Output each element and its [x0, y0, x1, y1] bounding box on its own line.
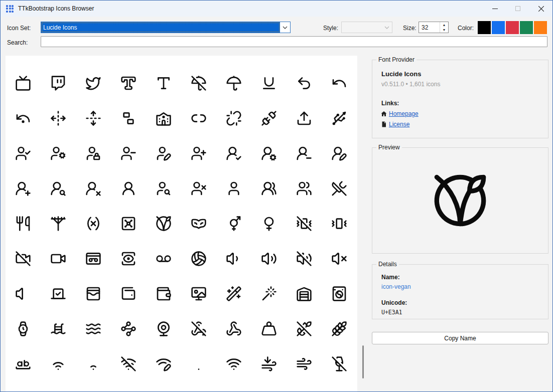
grid-icon-unlink[interactable]: [216, 101, 251, 136]
grid-icon-tv[interactable]: [6, 66, 41, 101]
grid-icon-unfold-horizontal[interactable]: [41, 101, 76, 136]
grid-icon-umbrella-off[interactable]: [181, 66, 216, 101]
grid-icon-wifi-zero[interactable]: [181, 346, 216, 381]
grid-icon-wifi-off[interactable]: [111, 346, 146, 381]
size-spinbox[interactable]: 32 ▲ ▼: [419, 22, 449, 33]
maximize-button[interactable]: [506, 1, 529, 17]
grid-icon-wifi-high[interactable]: [41, 346, 76, 381]
copy-name-button[interactable]: Copy Name: [372, 332, 548, 344]
grid-icon-volume-off[interactable]: [287, 241, 322, 276]
search-input[interactable]: [41, 36, 547, 47]
grid-icon-wheat[interactable]: [322, 311, 357, 346]
grid-icon-user-round-cog[interactable]: [251, 136, 287, 171]
grid-icon-user-cog[interactable]: [41, 136, 76, 171]
chevron-down-icon[interactable]: [280, 22, 290, 33]
grid-icon-unlink-2[interactable]: [181, 101, 216, 136]
grid-icon-webhook[interactable]: [216, 311, 251, 346]
grid-icon-user-round-x[interactable]: [76, 171, 111, 206]
grid-icon-user-round-plus[interactable]: [6, 171, 41, 206]
grid-icon-wifi-pen[interactable]: [146, 346, 181, 381]
grid-icon-user-pen[interactable]: [146, 136, 181, 171]
color-swatch-3[interactable]: [520, 21, 533, 34]
minimize-button[interactable]: [483, 1, 506, 17]
grid-icon-warehouse[interactable]: [287, 276, 322, 311]
grid-icon-wand-sparkles[interactable]: [216, 276, 251, 311]
grid-icon-user-round-pen[interactable]: [322, 136, 357, 171]
grid-icon-wind[interactable]: [287, 346, 322, 381]
grid-icon-wind-arrow-down[interactable]: [251, 346, 287, 381]
grid-icon-video[interactable]: [41, 241, 76, 276]
grid-icon-wallpaper[interactable]: [181, 276, 216, 311]
grid-icon-vote[interactable]: [41, 276, 76, 311]
grid-icon-university[interactable]: [146, 101, 181, 136]
grid-icon-user[interactable]: [216, 171, 251, 206]
color-swatch-4[interactable]: [534, 21, 547, 34]
grid-icon-user-minus[interactable]: [111, 136, 146, 171]
color-swatch-1[interactable]: [492, 21, 505, 34]
grid-icon-users[interactable]: [287, 171, 322, 206]
grid-icon-variable[interactable]: [76, 206, 111, 241]
grid-icon-vibrate-off[interactable]: [287, 206, 322, 241]
color-swatch-0[interactable]: [478, 21, 491, 34]
grid-icon-users-round[interactable]: [251, 171, 287, 206]
grid-icon-user-round-search[interactable]: [41, 171, 76, 206]
grid-icon-wheat-off[interactable]: [287, 311, 322, 346]
grid-icon-wallet-cards[interactable]: [76, 276, 111, 311]
grid-icon-venus-and-mars[interactable]: [216, 206, 251, 241]
homepage-link[interactable]: Homepage: [389, 110, 419, 117]
grid-icon-wifi-low[interactable]: [76, 346, 111, 381]
grid-icon-wallet[interactable]: [146, 276, 181, 311]
grid-icon-venetian-mask[interactable]: [181, 206, 216, 241]
grid-icon-type[interactable]: [146, 66, 181, 101]
grid-icon-vibrate[interactable]: [322, 206, 357, 241]
grid-icon-weight[interactable]: [251, 311, 287, 346]
icon-set-combobox[interactable]: Lucide Icons: [41, 22, 291, 33]
scrollbar-thumb[interactable]: [362, 345, 364, 378]
grid-icon-volume-2[interactable]: [251, 241, 287, 276]
grid-icon-webhook-off[interactable]: [181, 311, 216, 346]
grid-icon-washing-machine[interactable]: [322, 276, 357, 311]
grid-icon-waves[interactable]: [76, 311, 111, 346]
grid-icon-undo[interactable]: [322, 66, 357, 101]
grid-icon-voicemail[interactable]: [146, 241, 181, 276]
grid-icon-video-off[interactable]: [6, 241, 41, 276]
grid-icon-user-round-check[interactable]: [216, 136, 251, 171]
grid-icon-user-x[interactable]: [181, 171, 216, 206]
grid-icon-unplug[interactable]: [251, 101, 287, 136]
grid-icon-user-check[interactable]: [6, 136, 41, 171]
spin-up-icon[interactable]: ▲: [440, 22, 448, 28]
grid-icon-wifi[interactable]: [216, 346, 251, 381]
grid-icon-whole-word[interactable]: [6, 346, 41, 381]
grid-icon-ungroup[interactable]: [111, 101, 146, 136]
grid-icon-undo-2[interactable]: [287, 66, 322, 101]
grid-icon-type-outline[interactable]: [111, 66, 146, 101]
grid-icon-volume-x[interactable]: [322, 241, 357, 276]
license-link[interactable]: License: [389, 121, 409, 128]
color-swatch-2[interactable]: [506, 21, 519, 34]
grid-icon-vault[interactable]: [111, 206, 146, 241]
spin-down-icon[interactable]: ▼: [440, 28, 448, 33]
grid-icon-upload[interactable]: [287, 101, 322, 136]
grid-icon-unfold-vertical[interactable]: [76, 101, 111, 136]
grid-icon-user-lock[interactable]: [76, 136, 111, 171]
grid-icon-volume-1[interactable]: [216, 241, 251, 276]
grid-icon-utensils[interactable]: [6, 206, 41, 241]
grid-icon-user-round-minus[interactable]: [287, 136, 322, 171]
grid-icon-user-search[interactable]: [146, 171, 181, 206]
grid-icon-videotape[interactable]: [76, 241, 111, 276]
grid-icon-utility-pole[interactable]: [41, 206, 76, 241]
grid-icon-webcam[interactable]: [146, 311, 181, 346]
grid-icon-undo-dot[interactable]: [6, 101, 41, 136]
grid-icon-waypoints[interactable]: [111, 311, 146, 346]
grid-icon-volume[interactable]: [6, 276, 41, 311]
close-button[interactable]: [529, 1, 552, 17]
grid-icon-wallet-minimal[interactable]: [111, 276, 146, 311]
grid-icon-utensils-crossed[interactable]: [322, 171, 357, 206]
grid-scrollbar[interactable]: [360, 56, 366, 392]
grid-icon-vegan[interactable]: [146, 206, 181, 241]
grid-icon-usb[interactable]: [322, 101, 357, 136]
grid-icon-wand[interactable]: [251, 276, 287, 311]
grid-icon-wine-off[interactable]: [322, 346, 357, 381]
grid-icon-view[interactable]: [111, 241, 146, 276]
grid-icon-twitch[interactable]: [41, 66, 76, 101]
